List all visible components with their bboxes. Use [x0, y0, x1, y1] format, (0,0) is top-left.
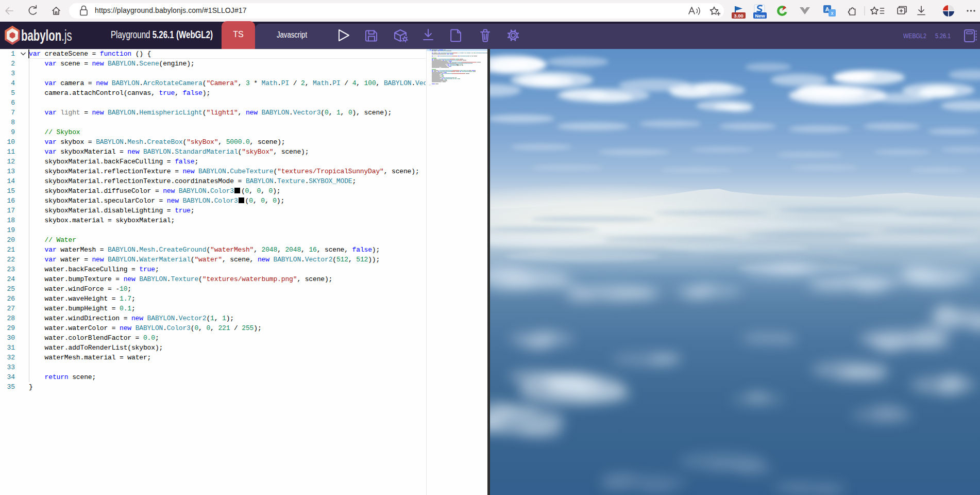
svg-text:New: New [755, 13, 765, 19]
svg-text:3.00: 3.00 [734, 13, 744, 19]
svg-text:x: x [831, 10, 834, 16]
